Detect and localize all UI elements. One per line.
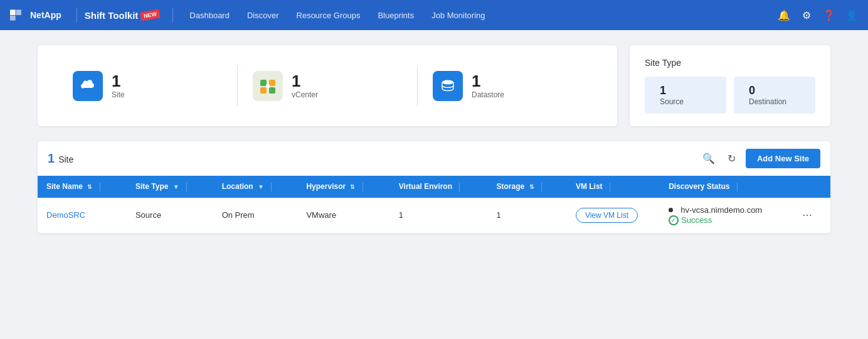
new-badge: NEW — [140, 9, 161, 21]
svg-rect-3 — [260, 80, 267, 86]
svg-point-8 — [442, 80, 453, 84]
site-name-sort-icon: ⇅ — [87, 184, 92, 190]
cell-site-name: DemoSRC — [38, 198, 127, 234]
brand: NetApp — [10, 9, 61, 21]
hypervisor-sort-icon: ⇅ — [350, 184, 355, 190]
col-actions — [790, 176, 830, 198]
nav-actions: 🔔 ⚙ ❓ 👤 — [778, 9, 858, 21]
cell-storage: 1 — [488, 198, 567, 234]
cell-hypervisor: VMware — [297, 198, 389, 234]
vcenter-icon — [253, 71, 283, 101]
user-icon[interactable]: 👤 — [845, 9, 858, 21]
col-location: Location ▼ — [213, 176, 298, 198]
col-vm-list: VM List — [567, 176, 660, 198]
cell-vm-list: View VM List — [567, 198, 660, 234]
table-title-area: 1 Site — [48, 151, 73, 166]
vcenter-svg-icon — [257, 75, 279, 97]
location-filter-icon: ▼ — [258, 183, 264, 190]
netapp-label: NetApp — [30, 10, 61, 20]
svg-point-7 — [266, 84, 270, 88]
status-dot — [669, 208, 673, 212]
svg-rect-0 — [10, 9, 16, 15]
cell-discovery-status: hv-vcsa.nimdemo.com ✓ Success — [660, 198, 789, 234]
datastore-stat-info: 1 Datastore — [472, 72, 504, 99]
svg-rect-1 — [16, 9, 21, 15]
vcenter-count: 1 — [292, 72, 318, 90]
site-type-title: Site Type — [645, 58, 815, 68]
navbar: NetApp Shift Toolkit NEW Dashboard Disco… — [0, 0, 868, 30]
col-divider-5 — [459, 183, 460, 191]
refresh-button[interactable]: ↻ — [725, 150, 738, 167]
col-divider-6 — [541, 183, 542, 191]
settings-icon[interactable]: ⚙ — [800, 9, 813, 21]
site-label: Site — [112, 90, 125, 99]
more-actions-button[interactable]: ⋯ — [798, 208, 816, 222]
col-virtual-environ: Virtual Environ — [390, 176, 488, 198]
source-label: Source — [660, 97, 711, 106]
main-content: 1 Site 1 — [0, 30, 868, 249]
destination-count: 0 — [749, 84, 800, 97]
stats-row: 1 Site 1 — [38, 45, 830, 126]
destination-cell: 0 Destination — [734, 77, 815, 114]
notifications-icon[interactable]: 🔔 — [778, 9, 790, 21]
vcsa-info: hv-vcsa.nimdemo.com — [669, 205, 780, 215]
datastore-icon — [433, 71, 463, 101]
success-badge: ✓ Success — [669, 215, 712, 225]
cloud-icon — [79, 77, 97, 95]
nav-divider-1 — [77, 8, 77, 23]
site-count: 1 — [112, 72, 125, 90]
stats-items: 1 Site 1 — [58, 66, 597, 106]
col-divider-7 — [610, 183, 610, 191]
source-cell: 1 Source — [645, 77, 726, 114]
site-name-link[interactable]: DemoSRC — [46, 210, 85, 220]
add-new-site-button[interactable]: Add New Site — [746, 149, 820, 168]
source-count: 1 — [660, 84, 711, 97]
col-divider-4 — [363, 183, 363, 191]
vcenter-stat-info: 1 vCenter — [292, 72, 318, 99]
summary-stats-card: 1 Site 1 — [38, 45, 617, 126]
svg-rect-6 — [269, 87, 275, 94]
site-stat: 1 Site — [58, 66, 238, 106]
storage-sort-icon: ⇅ — [529, 184, 534, 190]
col-storage: Storage ⇅ — [488, 176, 567, 198]
cell-more-actions: ⋯ — [790, 198, 830, 234]
svg-rect-2 — [10, 16, 16, 21]
col-site-name: Site Name ⇅ — [38, 176, 127, 198]
table-body: DemoSRC Source On Prem VMware 1 1 View V… — [38, 198, 830, 234]
datastore-label: Datastore — [472, 90, 504, 99]
table-header: Site Name ⇅ Site Type ▼ Location ▼ — [38, 176, 830, 198]
datastore-count: 1 — [472, 72, 504, 90]
col-divider-8 — [737, 183, 738, 191]
help-icon[interactable]: ❓ — [823, 9, 835, 21]
nav-blueprints[interactable]: Blueprints — [369, 11, 423, 20]
nav-divider-2 — [172, 8, 173, 23]
table-header-row: 1 Site 🔍 ↻ Add New Site — [38, 141, 830, 176]
cell-virtual-environ: 1 — [390, 198, 488, 234]
nav-links: Dashboard Discover Resource Groups Bluep… — [181, 11, 778, 20]
svg-rect-5 — [260, 87, 267, 94]
svg-rect-4 — [269, 80, 275, 86]
nav-resource-groups[interactable]: Resource Groups — [288, 11, 369, 20]
site-type-card: Site Type 1 Source 0 Destination — [630, 45, 830, 126]
col-hypervisor: Hypervisor ⇅ — [297, 176, 389, 198]
destination-label: Destination — [749, 97, 800, 106]
nav-job-monitoring[interactable]: Job Monitoring — [423, 11, 494, 20]
datastore-stat: 1 Datastore — [418, 66, 597, 106]
cell-site-type: Source — [127, 198, 213, 234]
nav-dashboard[interactable]: Dashboard — [181, 11, 238, 20]
datastore-svg-icon — [439, 77, 457, 95]
netapp-logo — [10, 9, 25, 21]
toolkit-label: Shift Toolkit — [85, 10, 139, 21]
view-vm-list-button[interactable]: View VM List — [576, 208, 638, 223]
status-text: Success — [681, 215, 712, 225]
vcenter-stat: 1 vCenter — [238, 66, 418, 106]
sites-table: Site Name ⇅ Site Type ▼ Location ▼ — [38, 176, 830, 234]
vcsa-hostname: hv-vcsa.nimdemo.com — [680, 205, 762, 215]
nav-discover[interactable]: Discover — [238, 11, 288, 20]
search-button[interactable]: 🔍 — [700, 150, 717, 167]
site-stat-info: 1 Site — [112, 72, 125, 99]
table-section: 1 Site 🔍 ↻ Add New Site Site Name ⇅ S — [38, 141, 830, 234]
cell-location: On Prem — [213, 198, 298, 234]
site-type-filter-icon: ▼ — [173, 183, 179, 190]
table-row: DemoSRC Source On Prem VMware 1 1 View V… — [38, 198, 830, 234]
